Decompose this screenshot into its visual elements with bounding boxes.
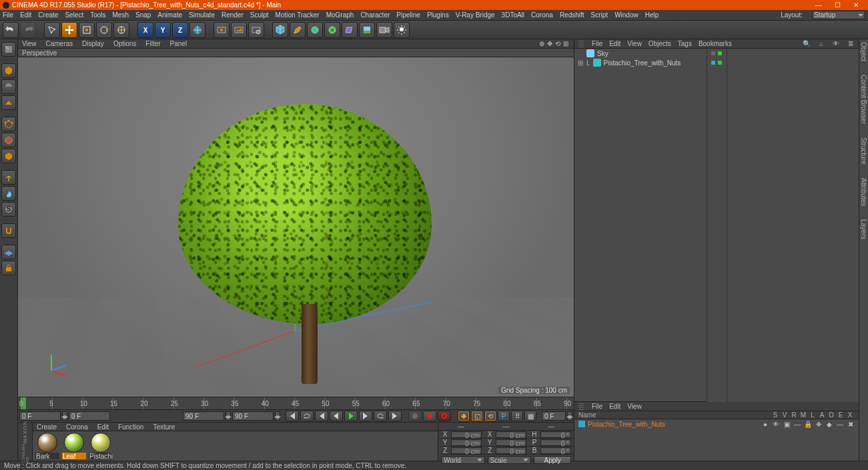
coord-rot-field[interactable]: 0 °	[540, 431, 571, 438]
side-tab-attributes[interactable]: Attributes	[860, 178, 867, 206]
menu-select[interactable]: Select	[65, 11, 83, 19]
range-start-field[interactable]: 0 F	[19, 411, 61, 421]
viewport-perspective[interactable]: Grid Spacing : 100 cm	[18, 57, 574, 397]
range-end-left-field[interactable]: 90 F	[183, 411, 224, 421]
vmenu-display[interactable]: Display	[82, 40, 104, 47]
menu-mesh[interactable]: Mesh	[113, 11, 129, 19]
live-select-button[interactable]	[44, 22, 60, 38]
layer-view-icon[interactable]: 👁	[772, 421, 780, 428]
move-button[interactable]	[61, 22, 77, 38]
add-cube-button[interactable]	[272, 22, 288, 38]
render-picture-button[interactable]	[231, 22, 247, 38]
filter-icon[interactable]: ≣	[847, 40, 855, 48]
menu-file[interactable]: File	[3, 11, 13, 19]
object-row[interactable]: ⊞ L Pistachio_Tree_with_Nuts	[574, 58, 707, 67]
model-mode-button[interactable]	[1, 63, 16, 78]
objmenu-view[interactable]: View	[627, 40, 642, 47]
key-all-button[interactable]: ▦	[524, 411, 536, 421]
menu-plugins[interactable]: Plugins	[427, 11, 449, 19]
range-end-stepper[interactable]: ◂▸	[275, 411, 280, 421]
viewport-nav-icons[interactable]: ⊕✥⟲⊞	[538, 40, 570, 47]
matmenu-function[interactable]: Function	[118, 423, 143, 431]
axis-y-button[interactable]: Y	[155, 22, 171, 38]
render-settings-button[interactable]	[248, 22, 264, 38]
vmenu-panel[interactable]: Panel	[170, 40, 187, 47]
render-dot[interactable]	[718, 51, 722, 55]
step-fwd-button[interactable]	[359, 411, 372, 421]
menu-edit[interactable]: Edit	[20, 11, 31, 19]
add-pen-button[interactable]	[290, 22, 306, 38]
menu-animate[interactable]: Animate	[157, 11, 182, 19]
layer-def-icon[interactable]: ◆	[825, 421, 833, 428]
autokey-button[interactable]	[423, 411, 436, 421]
attrmenu-view[interactable]: View	[627, 403, 642, 410]
range-start-stepper[interactable]: ◂▸	[62, 411, 67, 421]
menu-tools[interactable]: Tools	[90, 11, 105, 19]
key-rot-button[interactable]: ⟲	[484, 411, 496, 421]
vmenu-cameras[interactable]: Cameras	[46, 40, 73, 47]
point-mode-button[interactable]	[1, 117, 16, 131]
objmenu-bookmarks[interactable]: Bookmarks	[699, 40, 732, 47]
layer-expr-icon[interactable]: —	[836, 421, 844, 428]
goto-live-button[interactable]	[374, 411, 387, 421]
add-camera-button[interactable]	[376, 22, 392, 38]
current-frame-field[interactable]: 0 F	[69, 411, 110, 421]
vmenu-view[interactable]: View	[22, 40, 37, 47]
locked-button[interactable]	[1, 261, 16, 275]
layer-anim-icon[interactable]: ✥	[815, 421, 823, 428]
coord-size-field[interactable]: 0 cm	[496, 439, 526, 446]
grip-icon[interactable]	[578, 403, 584, 410]
psr-button[interactable]	[113, 22, 129, 38]
grip-icon[interactable]	[578, 41, 584, 47]
coord-size-field[interactable]: 0 cm	[496, 431, 526, 438]
objmenu-edit[interactable]: Edit	[609, 40, 620, 47]
frame-indicator-stepper[interactable]: ◂▸	[567, 411, 572, 421]
side-tab-layers[interactable]: Layers	[860, 219, 867, 239]
render-view-button[interactable]	[213, 22, 230, 38]
keyframe-button[interactable]	[438, 411, 451, 421]
menu-sculpt[interactable]: Sculpt	[250, 11, 269, 19]
maximize-button[interactable]: ☐	[828, 0, 847, 10]
close-button[interactable]: ✕	[847, 0, 865, 10]
texture-mode-button[interactable]	[1, 79, 16, 94]
undo-button[interactable]	[3, 22, 19, 38]
menu-3dtoall[interactable]: 3DToAll	[502, 11, 524, 19]
attrmenu-edit[interactable]: Edit	[609, 403, 620, 410]
key-scale-button[interactable]: ◱	[471, 411, 483, 421]
loop-button[interactable]	[300, 411, 314, 421]
coord-pos-field[interactable]: 0 cm	[451, 439, 482, 446]
menu-render[interactable]: Render	[222, 11, 244, 19]
coord-rot-field[interactable]: 0 °	[540, 447, 571, 454]
object-tag-column[interactable]	[707, 49, 727, 402]
minimize-button[interactable]: —	[809, 0, 828, 10]
tweak-mode-button[interactable]	[1, 186, 16, 201]
axis-mode-button[interactable]	[1, 170, 16, 185]
expand-icon[interactable]: ⊞	[577, 59, 584, 67]
vmenu-options[interactable]: Options	[113, 40, 136, 47]
material-item[interactable]: Bark	[35, 433, 59, 459]
menu-redshift[interactable]: Redshift	[560, 11, 584, 19]
attr-col-d[interactable]: D	[827, 411, 836, 419]
object-row[interactable]: Sky	[574, 49, 707, 58]
axis-z-button[interactable]: Z	[172, 22, 188, 38]
polygon-mode-button[interactable]	[1, 149, 16, 163]
objmenu-file[interactable]: File	[592, 40, 602, 47]
layer-xref-icon[interactable]: ✖	[847, 421, 855, 428]
goto-end-button[interactable]	[388, 411, 402, 421]
matmenu-texture[interactable]: Texture	[153, 423, 175, 431]
add-subdiv-button[interactable]	[307, 22, 323, 38]
layer-solo-icon[interactable]: ●	[761, 421, 769, 428]
menu-vraybridge[interactable]: V-Ray Bridge	[456, 11, 495, 19]
material-list[interactable]: BarkLeafPistachi	[33, 431, 438, 461]
workplane-mode-button[interactable]	[1, 95, 16, 110]
attr-col-v[interactable]: V	[780, 411, 789, 419]
goto-start-button[interactable]	[286, 411, 299, 421]
object-tree[interactable]: Sky⊞ L Pistachio_Tree_with_Nuts	[574, 49, 707, 402]
menu-snap[interactable]: Snap	[135, 11, 151, 19]
menu-motiontracker[interactable]: Motion Tracker	[276, 11, 320, 19]
attr-col-m[interactable]: M	[799, 411, 808, 419]
coord-mode-select[interactable]: World	[441, 456, 485, 464]
record-button[interactable]	[408, 411, 422, 421]
layer-manager-icon[interactable]: —	[793, 421, 801, 428]
menu-script[interactable]: Script	[591, 11, 608, 19]
